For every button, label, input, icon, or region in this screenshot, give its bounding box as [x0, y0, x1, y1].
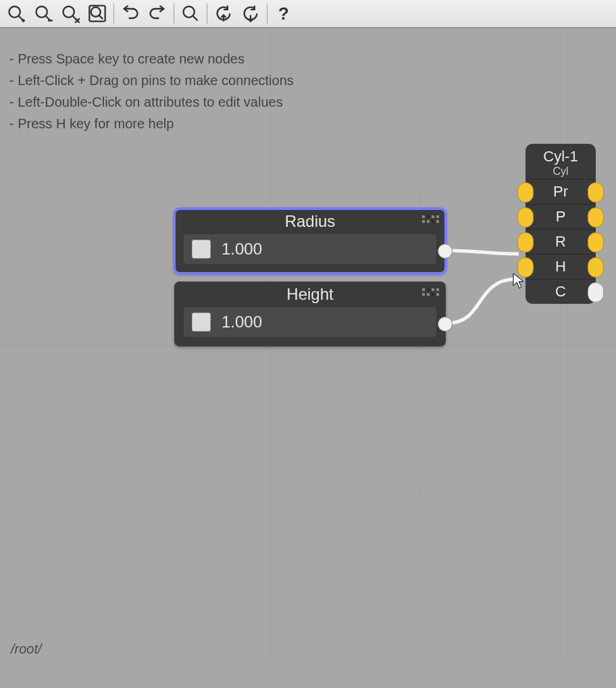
node-cyl[interactable]: Cyl-1 Cyl Pr P R H C — [525, 144, 596, 304]
svg-line-12 — [99, 15, 103, 19]
undo-button[interactable] — [117, 1, 144, 26]
pin-label: H — [555, 258, 566, 275]
undo-icon — [121, 4, 140, 23]
cyl-row-c[interactable]: C — [525, 279, 596, 304]
magnifier-icon — [181, 4, 200, 23]
zoom-reset-button[interactable] — [57, 1, 84, 26]
zoom-in-icon — [7, 4, 26, 23]
help-button[interactable]: ? — [270, 1, 297, 26]
output-pin[interactable] — [438, 317, 453, 332]
cyl-row-p[interactable]: P — [525, 204, 596, 229]
grip-icon — [422, 215, 439, 223]
svg-point-7 — [63, 7, 74, 18]
zoom-fit-icon — [88, 4, 107, 23]
pin-label: R — [555, 233, 566, 250]
refresh-up-icon — [214, 4, 233, 23]
redo-icon — [148, 4, 167, 23]
toolbar: ? — [0, 0, 616, 28]
toolbar-separator — [113, 3, 114, 24]
svg-point-4 — [36, 7, 47, 18]
pin-label: P — [556, 208, 566, 226]
zoom-fit-button[interactable] — [84, 1, 111, 26]
redo-button[interactable] — [144, 1, 171, 26]
find-button[interactable] — [177, 1, 204, 26]
pin-label: C — [555, 283, 566, 300]
svg-point-14 — [184, 7, 195, 18]
node-value[interactable]: 1.000 — [222, 240, 262, 259]
toolbar-separator — [207, 3, 207, 24]
node-subtitle: Cyl — [525, 165, 596, 178]
help-line: - Left-Double-Click on attributes to edi… — [9, 91, 294, 113]
output-pin[interactable] — [438, 244, 453, 259]
zoom-reset-icon — [61, 4, 80, 23]
help-line: - Press Space key to create new nodes — [9, 48, 294, 70]
grip-icon — [422, 288, 439, 296]
help-line: - Left-Click + Drag on pins to make conn… — [9, 70, 294, 91]
node-title: Height — [286, 285, 333, 304]
refresh-up-button[interactable] — [210, 1, 237, 26]
zoom-in-button[interactable] — [3, 1, 30, 26]
output-pin[interactable] — [588, 257, 604, 277]
node-value[interactable]: 1.000 — [222, 313, 262, 332]
node-canvas[interactable]: - Press Space key to create new nodes - … — [0, 28, 616, 662]
refresh-down-icon — [241, 4, 260, 23]
help-icon: ? — [278, 3, 289, 24]
svg-line-15 — [193, 16, 198, 21]
output-pin[interactable] — [588, 282, 604, 302]
input-pin[interactable] — [517, 257, 534, 277]
cyl-row-h[interactable]: H — [525, 254, 596, 279]
output-pin[interactable] — [588, 182, 604, 203]
breadcrumb-path: /root/ — [11, 641, 42, 657]
help-text: - Press Space key to create new nodes - … — [9, 48, 294, 134]
cyl-row-r[interactable]: R — [525, 229, 596, 254]
pin-label: Pr — [553, 183, 568, 201]
node-value-slider[interactable]: 1.000 — [184, 307, 436, 337]
help-line: - Press H key for more help — [9, 113, 294, 134]
refresh-down-button[interactable] — [237, 1, 264, 26]
zoom-out-button[interactable] — [30, 1, 57, 26]
node-title: Radius — [285, 212, 336, 231]
node-radius[interactable]: Radius 1.000 — [174, 209, 446, 273]
output-pin[interactable] — [588, 207, 604, 228]
input-pin[interactable] — [517, 182, 534, 203]
output-pin[interactable] — [588, 232, 604, 253]
node-header[interactable]: Cyl-1 Cyl — [525, 144, 596, 179]
node-height[interactable]: Height 1.000 — [174, 282, 446, 346]
input-pin[interactable] — [517, 207, 534, 228]
input-pin[interactable] — [517, 232, 534, 253]
node-header[interactable]: Height — [174, 282, 446, 307]
zoom-out-icon — [34, 4, 53, 23]
node-header[interactable]: Radius — [174, 209, 446, 234]
node-value-slider[interactable]: 1.000 — [184, 234, 436, 264]
slider-thumb[interactable] — [192, 313, 211, 332]
cyl-row-pr[interactable]: Pr — [525, 179, 596, 204]
node-title: Cyl-1 — [525, 148, 596, 165]
toolbar-separator — [267, 3, 267, 24]
svg-point-0 — [9, 7, 20, 18]
toolbar-separator — [174, 3, 174, 24]
slider-thumb[interactable] — [192, 240, 211, 259]
